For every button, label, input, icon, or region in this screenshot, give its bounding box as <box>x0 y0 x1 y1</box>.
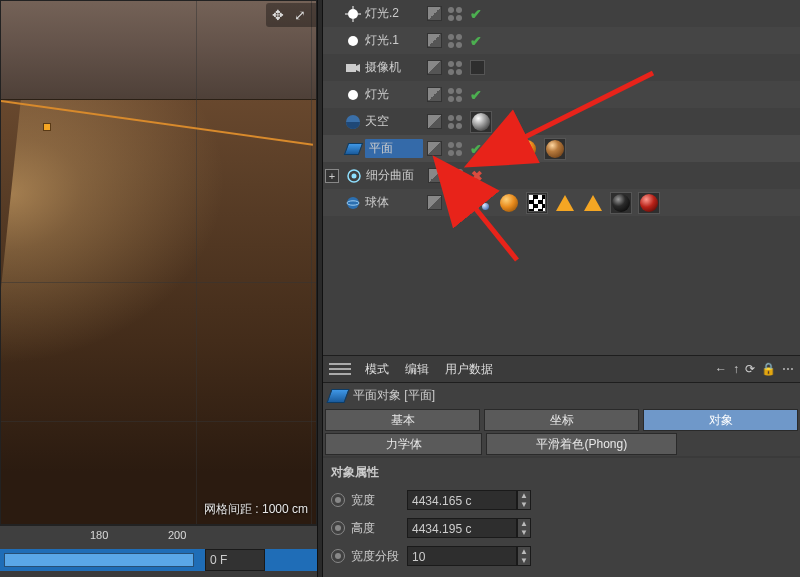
camera-view-toggle[interactable] <box>470 60 485 75</box>
timeline-ruler[interactable]: 180 200 <box>0 525 317 549</box>
hierarchy-row-light[interactable]: 灯光 ✔ <box>323 81 800 108</box>
dynamics-tag[interactable] <box>470 192 492 214</box>
enable-check-icon[interactable]: ✔ <box>470 6 482 22</box>
layer-toggle[interactable] <box>428 168 443 183</box>
timeline-tick: 200 <box>168 529 186 541</box>
nav-up-icon[interactable]: ↑ <box>733 362 739 376</box>
viewport-grid-label: 网格间距 : 1000 cm <box>204 501 308 518</box>
viewport[interactable]: ✥ ⤢ ◎ ▣ 网格间距 : 1000 cm <box>0 0 317 525</box>
svg-marker-7 <box>356 64 360 72</box>
rotate-tool-icon[interactable]: ◎ <box>312 5 316 25</box>
spinner-up-icon: ▲ <box>518 519 530 528</box>
material-tag[interactable] <box>516 138 538 160</box>
layer-toggle[interactable] <box>427 114 442 129</box>
enable-check-icon[interactable]: ✔ <box>470 141 482 157</box>
current-frame-field[interactable]: 0 F <box>205 549 265 571</box>
width-field[interactable]: 4434.165 c <box>407 490 517 510</box>
zoom-tool-icon[interactable]: ⤢ <box>290 5 310 25</box>
visibility-dots[interactable] <box>448 196 464 210</box>
menu-mode[interactable]: 模式 <box>365 361 389 378</box>
tab-coord[interactable]: 坐标 <box>484 409 639 431</box>
attribute-menu-bar: 模式 编辑 用户数据 ← ↑ ⟳ 🔒 ⋯ <box>323 355 800 383</box>
prop-height-row: 高度 4434.195 c ▲▼ <box>331 515 792 541</box>
object-title-text: 平面对象 [平面] <box>353 387 435 404</box>
object-label: 平面 <box>365 139 423 158</box>
object-label: 天空 <box>365 113 423 130</box>
visibility-dots[interactable] <box>448 34 464 48</box>
tab-basic[interactable]: 基本 <box>325 409 480 431</box>
timeline-tick: 180 <box>90 529 108 541</box>
height-field[interactable]: 4434.195 c <box>407 518 517 538</box>
sky-icon <box>345 114 361 130</box>
camera-icon <box>345 60 361 76</box>
visibility-dots[interactable] <box>448 7 464 21</box>
material-tag-checker[interactable] <box>526 192 548 214</box>
tab-phong[interactable]: 平滑着色(Phong) <box>486 433 677 455</box>
layer-toggle[interactable] <box>427 60 442 75</box>
selected-vertex[interactable] <box>43 123 51 131</box>
visibility-dots[interactable] <box>448 61 464 75</box>
segments-spinner[interactable]: ▲▼ <box>517 546 531 566</box>
dynamics-tag[interactable] <box>488 138 510 160</box>
expand-toggle[interactable]: + <box>325 169 339 183</box>
height-spinner[interactable]: ▲▼ <box>517 518 531 538</box>
settings-icon[interactable]: ⋯ <box>782 362 794 376</box>
warning-tag[interactable] <box>554 192 576 214</box>
layer-toggle[interactable] <box>427 6 442 21</box>
nav-back-icon[interactable]: ← <box>715 362 727 376</box>
object-label: 灯光.1 <box>365 32 423 49</box>
object-label: 细分曲面 <box>366 167 424 184</box>
spinner-down-icon: ▼ <box>518 528 530 537</box>
material-tag[interactable] <box>544 138 566 160</box>
keyframe-radio[interactable] <box>331 521 345 535</box>
light-icon <box>345 87 361 103</box>
layer-toggle[interactable] <box>427 195 442 210</box>
plane-icon <box>326 389 349 403</box>
prop-label: 宽度分段 <box>351 548 407 565</box>
prop-label: 宽度 <box>351 492 407 509</box>
lock-icon[interactable]: 🔒 <box>761 362 776 376</box>
visibility-dots[interactable] <box>448 142 464 156</box>
tab-object[interactable]: 对象 <box>643 409 798 431</box>
prop-width-row: 宽度 4434.165 c ▲▼ <box>331 487 792 513</box>
hamburger-icon[interactable] <box>329 358 351 380</box>
menu-edit[interactable]: 编辑 <box>405 361 429 378</box>
move-tool-icon[interactable]: ✥ <box>268 5 288 25</box>
spinner-down-icon: ▼ <box>518 500 530 509</box>
hierarchy-row-sphere[interactable]: 球体 <box>323 189 800 216</box>
tab-dynamics[interactable]: 力学体 <box>325 433 482 455</box>
layer-toggle[interactable] <box>427 87 442 102</box>
enable-check-icon[interactable]: ✔ <box>470 33 482 49</box>
spinner-up-icon: ▲ <box>518 547 530 556</box>
prop-segments-row: 宽度分段 10 ▲▼ <box>331 543 792 569</box>
nav-forward-icon[interactable]: ⟳ <box>745 362 755 376</box>
object-title-bar: 平面对象 [平面] <box>323 383 800 408</box>
material-tag[interactable] <box>470 111 492 133</box>
material-tag[interactable] <box>638 192 660 214</box>
disable-x-icon[interactable]: ✖ <box>471 168 483 184</box>
material-tag[interactable] <box>498 192 520 214</box>
visibility-dots[interactable] <box>448 115 464 129</box>
keyframe-radio[interactable] <box>331 549 345 563</box>
width-spinner[interactable]: ▲▼ <box>517 490 531 510</box>
hierarchy-row-sds[interactable]: + 细分曲面 ✖ <box>323 162 800 189</box>
hierarchy-row-light-2[interactable]: 灯光.2 ✔ <box>323 0 800 27</box>
layer-toggle[interactable] <box>427 33 442 48</box>
hierarchy-row-camera[interactable]: 摄像机 <box>323 54 800 81</box>
visibility-dots[interactable] <box>449 169 465 183</box>
layer-toggle[interactable] <box>427 141 442 156</box>
hierarchy-row-light-1[interactable]: 灯光.1 ✔ <box>323 27 800 54</box>
triangle-tag[interactable] <box>582 192 604 214</box>
object-label: 灯光.2 <box>365 5 423 22</box>
material-tag[interactable] <box>610 192 632 214</box>
sphere-icon <box>345 195 361 211</box>
props-section-title: 对象属性 <box>331 464 792 481</box>
menu-userdata[interactable]: 用户数据 <box>445 361 493 378</box>
segments-field[interactable]: 10 <box>407 546 517 566</box>
keyframe-radio[interactable] <box>331 493 345 507</box>
hierarchy-row-plane[interactable]: 平面 ✔ <box>323 135 800 162</box>
enable-check-icon[interactable]: ✔ <box>470 87 482 103</box>
hierarchy-row-sky[interactable]: 天空 <box>323 108 800 135</box>
visibility-dots[interactable] <box>448 88 464 102</box>
timeline-track[interactable] <box>0 549 317 571</box>
